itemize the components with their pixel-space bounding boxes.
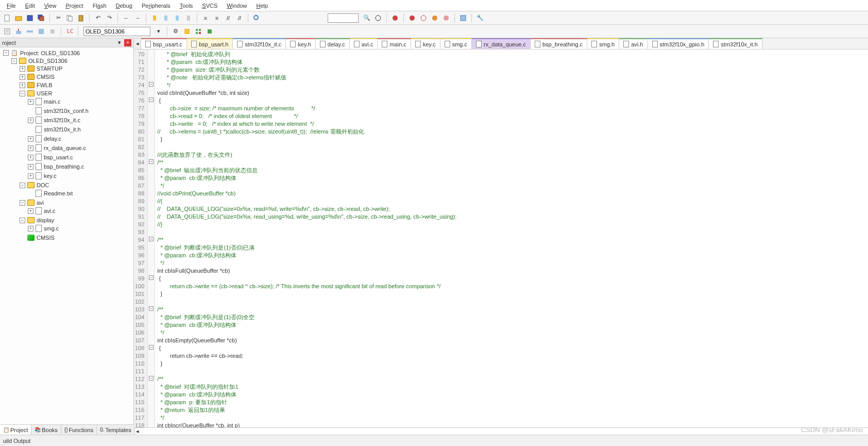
- bookmark-prev-icon[interactable]: [161, 13, 171, 23]
- open-file-icon[interactable]: [13, 13, 24, 23]
- menu-view[interactable]: View: [41, 2, 60, 10]
- paste-icon[interactable]: [76, 13, 86, 23]
- window-icon[interactable]: [458, 13, 468, 23]
- project-tree[interactable]: −📋Project: OLED_SD1306 −OLED_SD1306 +STA…: [0, 47, 133, 424]
- sidebar-pin-icon[interactable]: ▾: [116, 39, 123, 46]
- bookmark-clear-icon[interactable]: [183, 13, 194, 23]
- file-tab-avi-c[interactable]: avi.c: [350, 38, 378, 49]
- menu-help[interactable]: Help: [252, 2, 271, 10]
- menu-edit[interactable]: Edit: [22, 2, 39, 10]
- sidetab-functions[interactable]: {} Functions: [61, 425, 97, 435]
- tree-cmsis2[interactable]: CMSIS: [19, 234, 133, 241]
- file-tab-stm32f10x_it-h[interactable]: stm32f10x_it.h: [709, 38, 762, 49]
- find-icon[interactable]: 🔍: [362, 13, 372, 23]
- batch-build-icon[interactable]: [36, 26, 46, 37]
- sidetab-project[interactable]: 📋 Project: [0, 425, 31, 435]
- file-tab-key-c[interactable]: key.c: [411, 38, 440, 49]
- tree-avic[interactable]: +avi.c: [27, 207, 133, 215]
- target-combo[interactable]: [83, 27, 150, 36]
- code-editor[interactable]: 7071727374757677787980818283848586878889…: [134, 49, 868, 427]
- fold-gutter[interactable]: −−−−−−−−−−−−: [148, 49, 155, 427]
- bookmark-next-icon[interactable]: [172, 13, 182, 23]
- copy-icon[interactable]: [64, 13, 75, 23]
- file-tab-smg-c[interactable]: smg.c: [440, 38, 472, 49]
- file-tab-bsp_usart-h[interactable]: bsp_usart.h: [187, 38, 233, 49]
- menu-svcs[interactable]: SVCS: [198, 2, 221, 10]
- tabs-scroll-left[interactable]: ◂: [134, 38, 141, 49]
- tree-smgc[interactable]: +smg.c: [27, 224, 133, 233]
- file-tab-stm32f10x_it-c[interactable]: stm32f10x_it.c: [233, 38, 286, 49]
- file-tab-key-h[interactable]: key.h: [286, 38, 315, 49]
- tree-user[interactable]: −USER: [19, 90, 133, 97]
- find-combo[interactable]: [328, 13, 359, 23]
- sidebar-close-icon[interactable]: ×: [124, 39, 131, 46]
- tree-startup[interactable]: +STARTUP: [19, 65, 133, 72]
- find-in-files-icon[interactable]: [251, 13, 262, 23]
- redo-icon[interactable]: ↷: [104, 13, 114, 23]
- tree-doc[interactable]: −DOC: [19, 181, 133, 189]
- tree-fwlb[interactable]: +FWLB: [19, 81, 133, 89]
- bookmark-icon[interactable]: [149, 13, 160, 23]
- comment-icon[interactable]: //: [223, 13, 233, 23]
- tree-keyc[interactable]: +key.c: [27, 172, 133, 180]
- menu-file[interactable]: FFileile: [3, 2, 20, 10]
- new-file-icon[interactable]: [2, 13, 12, 23]
- tree-display[interactable]: −display: [19, 217, 133, 224]
- indent-icon[interactable]: ≡: [200, 13, 211, 23]
- tree-mainc[interactable]: +main.c: [27, 97, 133, 106]
- tree-root[interactable]: −📋Project: OLED_SD1306: [2, 49, 133, 57]
- file-tab-rx_data_queue-c[interactable]: rx_data_queue.c: [472, 38, 531, 49]
- file-tab-stm32f10x_gpio-h[interactable]: stm32f10x_gpio.h: [648, 38, 709, 49]
- file-tab-smg-h[interactable]: smg.h: [587, 38, 619, 49]
- sidetab-templates[interactable]: 0. Templates: [97, 425, 134, 435]
- tree-itc[interactable]: +stm32f10x_it.c: [27, 116, 133, 124]
- breakpoint-icon[interactable]: [407, 13, 417, 23]
- build-icon[interactable]: [13, 26, 24, 37]
- nav-back-icon[interactable]: ←: [121, 13, 131, 23]
- pack-icon[interactable]: [205, 26, 215, 37]
- menu-peripherals[interactable]: Peripherals: [138, 2, 174, 10]
- file-ext-icon[interactable]: [182, 26, 192, 37]
- breakpoint-kill-icon[interactable]: [430, 13, 440, 23]
- file-tab-main-c[interactable]: main.c: [378, 38, 411, 49]
- save-icon[interactable]: [25, 13, 35, 23]
- build-output-panel[interactable]: uild Output: [0, 435, 868, 446]
- breakpoint-disable-icon[interactable]: [418, 13, 429, 23]
- save-all-icon[interactable]: [36, 13, 46, 23]
- file-tab-avi-h[interactable]: avi.h: [619, 38, 648, 49]
- menu-debug[interactable]: Debug: [112, 2, 136, 10]
- tree-ith[interactable]: stm32f10x_it.h: [27, 125, 133, 134]
- target-dd-icon[interactable]: ▾: [154, 26, 164, 37]
- tree-rxq[interactable]: +rx_data_queue.c: [27, 144, 133, 152]
- file-tab-bsp_breathing-c[interactable]: bsp_breathing.c: [531, 38, 587, 49]
- options-icon[interactable]: ⚙: [171, 26, 181, 37]
- file-tab-delay-c[interactable]: delay.c: [316, 38, 350, 49]
- tree-delayc[interactable]: +delay.c: [27, 135, 133, 143]
- cut-icon[interactable]: ✂: [53, 13, 63, 23]
- file-tab-bsp_usart-c[interactable]: bsp_usart.c: [141, 38, 187, 49]
- code-content[interactable]: * @brief 初始化缓冲队列 * @param cb:缓冲队列结构体 * @…: [155, 49, 458, 427]
- nav-forward-icon[interactable]: →: [132, 13, 143, 23]
- tree-project[interactable]: −OLED_SD1306: [10, 57, 133, 64]
- translate-icon[interactable]: [2, 26, 12, 37]
- download-icon[interactable]: LOAD: [64, 26, 75, 37]
- find-next-icon[interactable]: [373, 13, 383, 23]
- uncomment-icon[interactable]: //: [234, 13, 245, 23]
- tree-confh[interactable]: stm32f10x_conf.h: [27, 107, 133, 115]
- configure-icon[interactable]: 🔧: [475, 13, 485, 23]
- hscroll-left[interactable]: ◂: [134, 428, 141, 435]
- menu-project[interactable]: Project: [62, 2, 87, 10]
- breakpoint-enable-icon[interactable]: [441, 13, 451, 23]
- tree-readme[interactable]: Readme.txt: [27, 189, 133, 197]
- menu-window[interactable]: Window: [223, 2, 250, 10]
- tree-breath[interactable]: +bsp_breathing.c: [27, 162, 133, 171]
- tree-usartc[interactable]: +bsp_usart.c: [27, 153, 133, 161]
- sidetab-books[interactable]: 📚 Books: [31, 425, 61, 435]
- undo-icon[interactable]: ↶: [93, 13, 103, 23]
- menu-tools[interactable]: Tools: [176, 2, 197, 10]
- manage-icon[interactable]: [193, 26, 203, 37]
- tree-cmsis[interactable]: +CMSIS: [19, 73, 133, 80]
- outdent-icon[interactable]: ≡: [212, 13, 222, 23]
- debug-icon[interactable]: [390, 13, 400, 23]
- stop-build-icon[interactable]: [47, 26, 58, 37]
